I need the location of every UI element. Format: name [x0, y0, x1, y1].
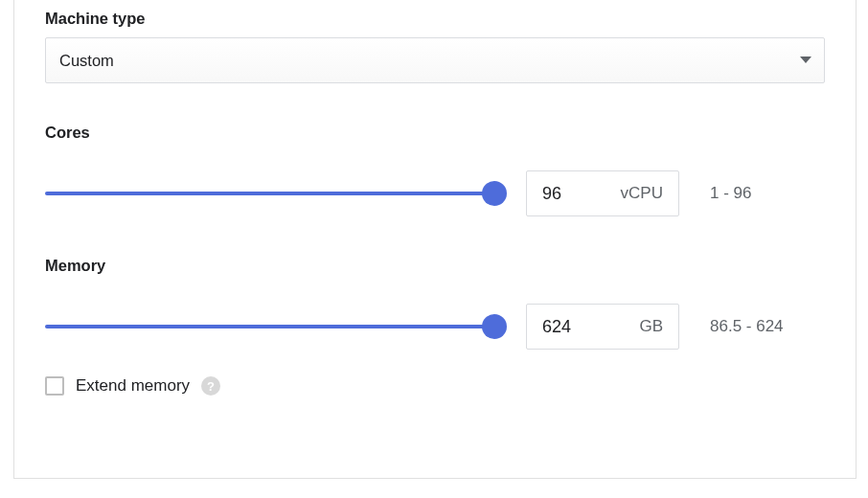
cores-group: Cores vCPU 1 - 96: [45, 124, 825, 216]
extend-memory-checkbox[interactable]: [45, 376, 64, 396]
machine-type-label: Machine type: [45, 10, 825, 28]
slider-track: [45, 192, 495, 195]
extend-memory-label: Extend memory: [76, 376, 190, 396]
slider-track: [45, 325, 495, 328]
cores-slider[interactable]: [45, 182, 495, 205]
machine-type-select[interactable]: Custom: [45, 37, 825, 83]
machine-type-selected-value: Custom: [59, 52, 114, 70]
cores-input[interactable]: [542, 184, 594, 204]
memory-unit: GB: [639, 317, 663, 336]
memory-row: GB 86.5 - 624: [45, 304, 825, 350]
cores-label: Cores: [45, 124, 825, 142]
memory-value-box: GB: [526, 304, 679, 350]
memory-slider[interactable]: [45, 315, 495, 338]
memory-range-text: 86.5 - 624: [710, 317, 784, 336]
slider-thumb[interactable]: [482, 181, 507, 206]
memory-group: Memory GB 86.5 - 624 Extend memory ?: [45, 257, 825, 396]
memory-label: Memory: [45, 257, 825, 275]
cores-row: vCPU 1 - 96: [45, 170, 825, 216]
cores-value-box: vCPU: [526, 170, 679, 216]
help-icon[interactable]: ?: [201, 376, 220, 396]
extend-memory-row: Extend memory ?: [45, 376, 825, 396]
machine-type-select-wrap: Custom: [45, 37, 825, 83]
cores-range-text: 1 - 96: [710, 184, 751, 203]
slider-thumb[interactable]: [482, 314, 507, 339]
memory-input[interactable]: [542, 317, 594, 337]
cores-unit: vCPU: [621, 184, 663, 203]
machine-config-panel: Machine type Custom Cores vCPU 1 - 96 Me…: [13, 0, 857, 479]
